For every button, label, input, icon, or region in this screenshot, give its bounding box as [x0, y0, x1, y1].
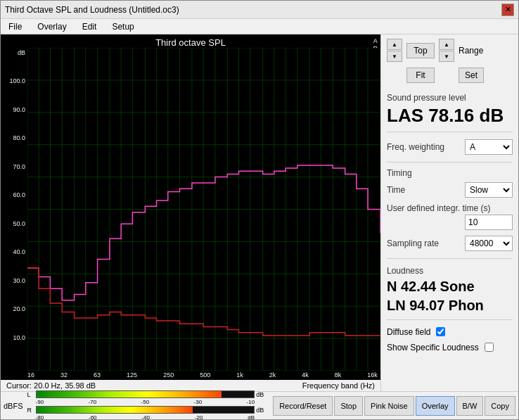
- y-tick-70: 70.0: [13, 163, 25, 170]
- overlay-button[interactable]: Overlay: [416, 396, 455, 416]
- menu-bar: File Overlay Edit Setup: [1, 19, 518, 34]
- main-window: Third Octave SPL and Loudness (Untitled.…: [0, 0, 519, 420]
- set-button[interactable]: Set: [459, 68, 484, 83]
- dbfs-label: dBFS: [4, 402, 23, 410]
- x-tick-250: 250: [163, 371, 174, 378]
- y-tick-10: 10.0: [13, 334, 25, 341]
- x-tick-16: 16: [27, 371, 34, 378]
- divider-2: [387, 162, 513, 163]
- top-button[interactable]: Top: [406, 43, 435, 58]
- title-bar: Third Octave SPL and Loudness (Untitled.…: [1, 1, 518, 19]
- x-tick-1k: 1k: [236, 371, 243, 378]
- main-area: Third octave SPL ARTA dB 100.0 90.0 80.0…: [1, 34, 518, 391]
- tick-m90: -90: [36, 399, 44, 405]
- chart-title: Third octave SPL: [155, 37, 226, 48]
- fit-button[interactable]: Fit: [406, 68, 435, 83]
- time-select[interactable]: Fast Slow Impulse: [465, 182, 513, 198]
- y-tick-40: 40.0: [13, 248, 25, 255]
- user-integr-label: User defined integr. time (s): [387, 203, 490, 213]
- tick-m70: -70: [89, 399, 97, 405]
- timing-label: Timing: [387, 168, 513, 178]
- time-label: Time: [387, 185, 405, 195]
- l-meter-fill: [37, 391, 222, 397]
- show-specific-loudness-row: Show Specific Loudness: [387, 343, 513, 352]
- x-tick-125: 125: [127, 371, 137, 378]
- loudness-ln: LN 94.07 Phon: [387, 298, 513, 314]
- pink-noise-button[interactable]: Pink Noise: [364, 396, 414, 416]
- menu-file[interactable]: File: [6, 21, 24, 32]
- cursor-text: Cursor: 20.0 Hz, 35.98 dB: [6, 381, 96, 390]
- r-meter-fill: [37, 407, 193, 413]
- diffuse-field-label: Diffuse field: [387, 327, 430, 337]
- x-tick-63: 63: [94, 371, 101, 378]
- menu-setup[interactable]: Setup: [110, 21, 136, 32]
- loudness-label: Loudness: [387, 266, 513, 276]
- show-specific-loudness-label: Show Specific Loudness: [387, 343, 479, 352]
- x-tick-500: 500: [200, 371, 210, 378]
- range-label: Range: [459, 46, 483, 56]
- x-tick-16k: 16k: [367, 371, 378, 378]
- tick-db: dB: [248, 414, 255, 420]
- user-integr-input[interactable]: [465, 215, 513, 230]
- r-meter-track: [36, 406, 255, 414]
- bw-button[interactable]: B/W: [456, 396, 484, 416]
- x-tick-8k: 8k: [335, 371, 342, 378]
- spl-chart-canvas: [27, 48, 380, 371]
- y-tick-80: 80.0: [13, 134, 25, 141]
- l-channel-label: L: [27, 391, 34, 398]
- y-tick-60: 60.0: [13, 191, 25, 198]
- freq-weighting-label: Freq. weighting: [387, 142, 444, 152]
- tick-m80: -80: [36, 414, 44, 420]
- show-specific-loudness-checkbox[interactable]: [485, 343, 494, 352]
- sampling-rate-select[interactable]: 44100 48000 96000: [465, 236, 513, 251]
- copy-button[interactable]: Copy: [485, 396, 515, 416]
- db-label-top: dB: [256, 391, 267, 398]
- user-integr-row: User defined integr. time (s): [387, 203, 513, 230]
- diffuse-field-checkbox[interactable]: [436, 327, 445, 336]
- y-tick-50: 50.0: [13, 220, 25, 227]
- sampling-rate-row: Sampling rate 44100 48000 96000: [387, 236, 513, 251]
- sampling-rate-label: Sampling rate: [387, 238, 439, 248]
- freq-weighting-row: Freq. weighting A B C D Z: [387, 139, 513, 155]
- freq-band-text: Frequency band (Hz): [302, 381, 375, 390]
- top-up-button[interactable]: ▲: [387, 39, 402, 50]
- tick-m50: -50: [141, 399, 150, 405]
- top-down-button[interactable]: ▼: [387, 51, 402, 62]
- y-tick-90: 90.0: [13, 106, 25, 113]
- range-up-button[interactable]: ▲: [439, 39, 454, 50]
- tick-m40: -40: [141, 414, 150, 420]
- y-label: dB: [18, 49, 25, 56]
- tick-m20: -20: [195, 414, 203, 420]
- loudness-n: N 42.44 Sone: [387, 279, 513, 295]
- right-panel: ▲ ▼ Top ▲ ▼ Range Fit Set Sound pressure…: [380, 34, 518, 391]
- range-down-button[interactable]: ▼: [439, 51, 454, 62]
- time-row: Time Fast Slow Impulse: [387, 182, 513, 198]
- menu-overlay[interactable]: Overlay: [35, 21, 68, 32]
- window-title: Third Octave SPL and Loudness (Untitled.…: [5, 5, 179, 15]
- bottom-bar: dBFS L dB -90 -70 -50 -30 -10 R: [1, 391, 518, 419]
- bottom-buttons: Record/Reset Stop Pink Noise Overlay B/W…: [273, 396, 515, 416]
- x-tick-4k: 4k: [302, 371, 309, 378]
- y-tick-30: 30.0: [13, 277, 25, 284]
- spl-value: LAS 78.16 dB: [387, 106, 513, 126]
- tick-m30: -30: [194, 399, 203, 405]
- close-button[interactable]: ✕: [501, 4, 514, 16]
- stop-button[interactable]: Stop: [334, 396, 363, 416]
- spl-section-label: Sound pressure level: [387, 93, 513, 103]
- y-tick-20: 20.0: [13, 305, 25, 312]
- x-tick-32: 32: [60, 371, 68, 378]
- divider-4: [387, 319, 513, 320]
- y-tick-100: 100.0: [9, 77, 25, 84]
- diffuse-field-row: Diffuse field: [387, 327, 513, 337]
- freq-weighting-select[interactable]: A B C D Z: [465, 139, 513, 155]
- tick-m10: -10: [247, 399, 255, 405]
- db-label-bottom: dB: [256, 407, 267, 414]
- r-channel-label: R: [27, 407, 34, 414]
- divider-3: [387, 258, 513, 259]
- menu-edit[interactable]: Edit: [80, 21, 99, 32]
- tick-m60: -60: [89, 414, 97, 420]
- divider-1: [387, 132, 513, 132]
- record-reset-button[interactable]: Record/Reset: [273, 396, 333, 416]
- l-meter-track: [36, 390, 255, 398]
- x-tick-2k: 2k: [269, 371, 276, 378]
